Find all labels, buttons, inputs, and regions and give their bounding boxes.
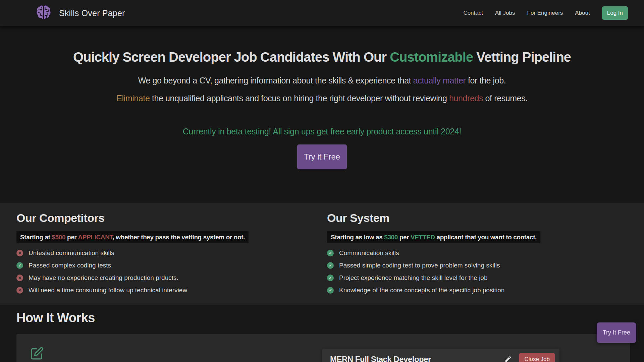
check-circle-icon: ✓ [327,287,334,294]
subtitle2-post: of resumes. [483,94,528,103]
list-item-text: May have no experience creating producti… [29,274,178,282]
pencil-icon [504,355,512,362]
competitors-pricing: Starting at $500 per APPLICANT, whether … [16,231,249,243]
subtitle1-post: for the job. [466,76,506,85]
list-item-text: Will need a time consuming follow up tec… [29,287,187,294]
list-item: ✓Passed complex coding tests. [16,262,322,269]
list-item: ✓Project experience matching the skill l… [327,274,644,282]
list-item: ✓Communication skills [327,249,644,257]
brain-icon [36,4,52,22]
x-circle-icon: ✕ [16,250,23,256]
hero-title: Quickly Screen Developer Job Candidates … [0,49,644,65]
nav-links: Contact All Jobs For Engineers About Log… [463,6,628,20]
list-item-text: Communication skills [339,249,399,257]
pricing-emphasis: VETTED [411,234,435,241]
try-it-free-button[interactable]: Try it Free [297,144,347,169]
list-item: ✕Untested communication skills [16,249,322,257]
list-item-text: Project experience matching the skill le… [339,274,488,282]
edit-job-button[interactable] [504,355,512,362]
job-panel-header: MERN Full Stack Developer Close Job [322,349,559,362]
system-list: ✓Communication skills ✓Passed simple cod… [327,249,644,294]
subtitle1-highlight: actually matter [413,76,466,85]
nav-link-about[interactable]: About [575,10,590,16]
subtitle2-highlight: hundreds [449,94,483,103]
brand[interactable]: Skills Over Paper [36,4,125,22]
x-circle-icon: ✕ [16,287,23,294]
pricing-emphasis: APPLICANT [78,234,113,241]
competitors-heading: Our Competitors [16,212,322,225]
nav-link-all-jobs[interactable]: All Jobs [495,10,515,16]
pricing-pre: Starting as low as [331,234,384,241]
how-it-works-section: How It Works MERN Full Stack Developer [0,305,644,362]
hero-section: Quickly Screen Developer Job Candidates … [0,26,644,203]
brand-title: Skills Over Paper [59,8,125,18]
pricing-price: $300 [384,234,398,241]
competitors-list: ✕Untested communication skills ✓Passed c… [16,249,322,294]
hero-title-pre: Quickly Screen Developer Job Candidates … [73,50,390,64]
check-circle-icon: ✓ [327,262,334,269]
system-pricing: Starting as low as $300 per VETTED appli… [327,231,540,243]
list-item-text: Untested communication skills [29,249,114,257]
nav-link-contact[interactable]: Contact [463,10,483,16]
subtitle2-mid: the unqualified applicants and focus on … [150,94,449,103]
system-heading: Our System [327,212,644,225]
check-circle-icon: ✓ [327,250,334,256]
pricing-price: $500 [52,234,65,241]
how-it-works-heading: How It Works [16,311,644,325]
subtitle1-pre: We go beyond a CV, gathering information… [138,76,413,85]
pricing-pre: Starting at [20,234,52,241]
floating-try-it-free-button[interactable]: Try It Free [597,322,636,343]
job-panel: MERN Full Stack Developer Close Job [322,349,559,362]
how-it-works-card: MERN Full Stack Developer Close Job [16,334,630,362]
list-item-text: Passed simple coding test to prove probl… [339,262,500,269]
beta-note: Currently in beta testing! All sign ups … [0,127,644,136]
check-circle-icon: ✓ [327,275,334,281]
x-circle-icon: ✕ [16,275,23,281]
competitors-column: Our Competitors Starting at $500 per APP… [0,212,322,294]
job-actions: Close Job [504,353,555,362]
pricing-post: applicant that you want to contact. [435,234,537,241]
list-item-text: Passed complex coding tests. [29,262,113,269]
hero-subtitle-1: We go beyond a CV, gathering information… [0,76,644,85]
pricing-post: , whether they pass the vetting system o… [113,234,245,241]
list-item: ✕Will need a time consuming follow up te… [16,287,322,294]
job-title: MERN Full Stack Developer [330,355,431,362]
system-column: Our System Starting as low as $300 per V… [322,212,644,294]
top-navbar: Skills Over Paper Contact All Jobs For E… [0,0,644,26]
check-circle-icon: ✓ [16,262,23,269]
hero-title-post: Vetting Pipeline [473,50,571,64]
hero-subtitle-2: Eliminate the unqualified applicants and… [0,94,644,103]
nav-link-for-engineers[interactable]: For Engineers [527,10,563,16]
list-item: ✕May have no experience creating product… [16,274,322,282]
login-button[interactable]: Log In [602,6,628,20]
pricing-mid: per [398,234,411,241]
list-item: ✓Passed simple coding test to prove prob… [327,262,644,269]
comparison-section: Our Competitors Starting at $500 per APP… [0,203,644,305]
list-item-text: Knowledge of the core concepts of the sp… [339,287,504,294]
pricing-mid: per [65,234,78,241]
hero-title-highlight: Customizable [390,50,473,64]
pencil-square-icon [29,346,45,362]
list-item: ✓Knowledge of the core concepts of the s… [327,287,644,294]
subtitle2-lead: Eliminate [116,94,150,103]
close-job-button[interactable]: Close Job [519,353,555,362]
